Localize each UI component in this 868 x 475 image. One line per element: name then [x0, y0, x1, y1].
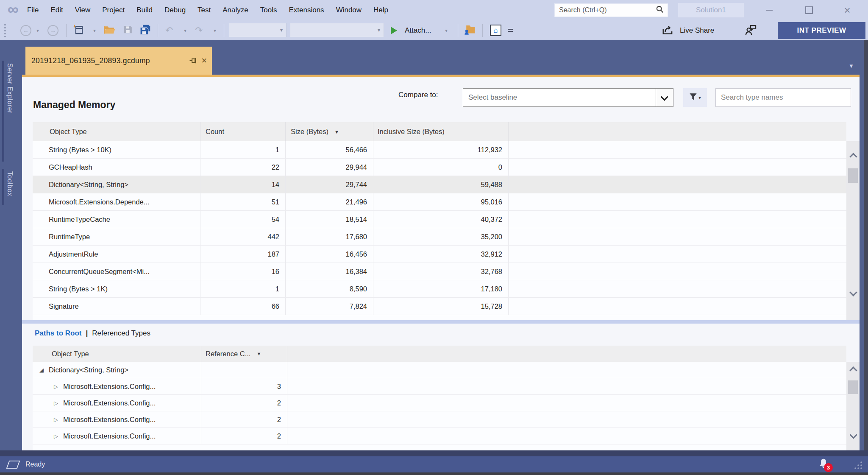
menu-window[interactable]: Window [330, 0, 367, 20]
table-row[interactable]: RuntimeTypeCache5418,51440,372 [33, 211, 846, 228]
feedback-button[interactable] [744, 20, 757, 40]
scroll-down-button[interactable] [849, 431, 857, 439]
scroll-up-button[interactable] [849, 366, 857, 374]
tree-row[interactable]: ▷Microsoft.Extensions.Config...2 [33, 411, 846, 428]
menu-extensions[interactable]: Extensions [283, 0, 330, 20]
scroll-down-button[interactable] [849, 288, 857, 296]
menu-tools[interactable]: Tools [254, 0, 283, 20]
baseline-combo[interactable]: Select baseline [463, 88, 673, 107]
tree-row[interactable]: ◢Dictionary<String, String> [33, 362, 846, 378]
scrollbar-thumb[interactable] [848, 168, 858, 183]
notifications-button[interactable]: 3 [818, 458, 829, 471]
menu-debug[interactable]: Debug [159, 0, 192, 20]
scroll-up-button[interactable] [849, 153, 857, 160]
undo-button[interactable]: ↶ [165, 20, 173, 40]
attach-label[interactable]: Attach... [405, 20, 431, 40]
column-header-object-type[interactable]: Object Type [33, 122, 200, 141]
expand-icon[interactable]: ▷ [54, 433, 63, 439]
menu-view[interactable]: View [69, 0, 97, 20]
table-row[interactable]: GCHeapHash2229,9440 [33, 159, 846, 176]
document-tab-gcdump[interactable]: 20191218_061935_20893.gcdump × [25, 47, 212, 75]
table-row[interactable]: Microsoft.Extensions.Depende...5121,4969… [33, 193, 846, 211]
expand-icon[interactable]: ▷ [54, 416, 63, 423]
table-row[interactable]: String (Bytes > 1K)18,59017,180 [33, 280, 846, 298]
web-home-button[interactable]: ⌂ [490, 20, 501, 40]
side-tab-label: Toolbox [4, 169, 15, 205]
toolbar-drag-grip[interactable] [4, 20, 6, 40]
sidebar-tab-server-explorer[interactable]: Server Explorer [2, 61, 15, 162]
pane-splitter[interactable] [22, 320, 860, 324]
attach-dropdown[interactable]: ▾ [445, 20, 448, 40]
undo-dropdown[interactable]: ▾ [184, 20, 186, 40]
menu-analyze[interactable]: Analyze [217, 0, 254, 20]
column-header-count[interactable]: Count [200, 122, 286, 141]
redo-dropdown[interactable]: ▾ [214, 20, 216, 40]
column-header-reference-count[interactable]: Reference C... ▼ [201, 346, 287, 362]
cell-filler [287, 395, 846, 411]
resize-grip[interactable] [853, 461, 863, 472]
expand-icon[interactable]: ▷ [54, 383, 63, 390]
collapse-icon[interactable]: ◢ [39, 367, 49, 373]
expand-icon[interactable]: ▷ [54, 400, 63, 406]
tab-paths-to-root[interactable]: Paths to Root [35, 329, 82, 338]
tree-row[interactable]: ▷Microsoft.Extensions.Config...2 [33, 395, 846, 411]
table-row[interactable]: Signature667,82415,728 [33, 298, 846, 315]
menu-project[interactable]: Project [96, 0, 131, 20]
int-preview-badge[interactable]: INT PREVIEW [778, 22, 865, 39]
new-project-button[interactable] [73, 20, 84, 40]
solution-configurations-combo[interactable]: ▾ [229, 23, 287, 37]
tab-list-dropdown[interactable]: ▼ [849, 63, 854, 69]
menu-help[interactable]: Help [367, 0, 394, 20]
table-row[interactable]: String (Bytes > 10K)156,466112,932 [33, 141, 846, 159]
column-header-size[interactable]: Size (Bytes) ▼ [286, 122, 373, 141]
tree-node-label: Microsoft.Extensions.Config... [63, 383, 156, 391]
column-header-inclusive-size[interactable]: Inclusive Size (Bytes) [373, 122, 509, 141]
maximize-button[interactable] [797, 0, 821, 20]
minimize-button[interactable] [757, 0, 782, 20]
heap-table-header: Object Type Count Size (Bytes) ▼ Inclusi… [33, 122, 846, 141]
menu-edit[interactable]: Edit [45, 0, 69, 20]
menu-test[interactable]: Test [192, 0, 217, 20]
tab-referenced-types[interactable]: Referenced Types [92, 329, 150, 338]
sidebar-tab-toolbox[interactable]: Toolbox [2, 169, 15, 205]
quick-search-box[interactable] [554, 3, 668, 17]
pin-tab-button[interactable] [189, 56, 197, 65]
toolbar-overflow-button[interactable] [508, 20, 513, 40]
navigate-back-button[interactable]: ← [20, 20, 31, 40]
table-row[interactable]: RuntimeType44217,68035,200 [33, 228, 846, 246]
navigate-forward-button[interactable]: → [47, 20, 58, 40]
save-all-button[interactable] [139, 20, 152, 40]
type-search-input[interactable] [716, 93, 851, 102]
open-file-button[interactable] [103, 20, 115, 40]
redo-icon: ↷ [195, 25, 203, 36]
live-share-label[interactable]: Live Share [680, 20, 714, 40]
table-row[interactable]: AdjustmentRule18716,45632,912 [33, 246, 846, 263]
header-filler [509, 122, 846, 141]
close-tab-button[interactable]: × [201, 56, 207, 65]
save-button[interactable] [123, 20, 133, 40]
tree-row[interactable]: ▷Microsoft.Extensions.Config...3 [33, 378, 846, 395]
quick-search-input[interactable] [558, 6, 656, 14]
table-row[interactable]: ConcurrentQueueSegment<Mi...1616,38432,7… [33, 263, 846, 280]
solution-platforms-combo[interactable]: ▾ [290, 23, 384, 37]
close-window-button[interactable]: × [835, 0, 860, 20]
baseline-dropdown-button[interactable] [656, 89, 673, 106]
heap-table-scrollbar[interactable] [846, 141, 860, 320]
configuration-combo-wrap: ▾ [229, 23, 287, 37]
back-dropdown[interactable]: ▾ [36, 20, 39, 40]
menu-build[interactable]: Build [131, 0, 159, 20]
browse-with-button[interactable] [464, 20, 476, 40]
new-project-dropdown[interactable]: ▾ [93, 20, 96, 40]
scrollbar-thumb[interactable] [848, 380, 858, 394]
redo-button[interactable]: ↷ [195, 20, 203, 40]
menu-file[interactable]: File [21, 0, 45, 20]
attach-run-button[interactable] [391, 20, 397, 40]
paths-table-scrollbar[interactable] [846, 362, 860, 450]
column-header-object-type[interactable]: Object Type [33, 346, 201, 362]
type-search-box[interactable] [715, 88, 851, 107]
cell-inclusive-size: 32,912 [373, 246, 509, 263]
table-row[interactable]: Dictionary<String, String>1429,74459,488 [33, 176, 846, 193]
live-share-button[interactable] [662, 20, 675, 40]
filter-button[interactable]: ▾ [683, 88, 707, 107]
tree-row[interactable]: ▷Microsoft.Extensions.Config...2 [33, 428, 846, 444]
